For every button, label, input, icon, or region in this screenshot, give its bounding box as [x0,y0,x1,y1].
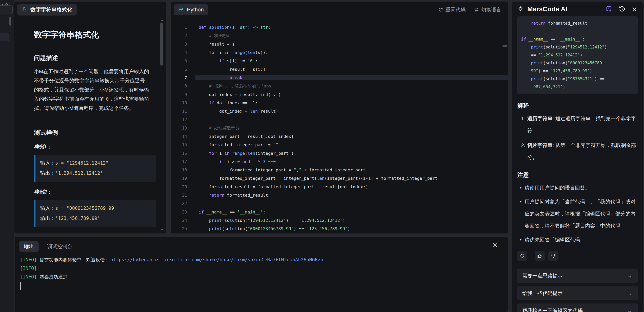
console-line: [INFO] 提交功能内测体验中，欢迎反馈: https://bytedance… [20,256,508,264]
reset-code-button[interactable]: 重置代码 [438,6,466,13]
code-line[interactable]: 22 [170,199,508,208]
line-number: 11 [170,109,187,114]
code-line[interactable]: 4 for i in range(len(s)): [170,48,508,56]
switch-language-button[interactable]: 切换语言 [474,6,501,13]
sparkle-icon [517,6,524,12]
line-number: 22 [170,201,187,206]
console-close-icon[interactable]: × [492,242,498,248]
note-list: •请使用用户提问的语言回答。•用户提问对象为「当前代码」、「我的代码」或对应的英… [517,182,638,246]
code-line[interactable]: 12 [170,116,508,124]
code-editor[interactable]: 1def solution(s: str) -> str:2 # 将0去掉3 r… [170,18,508,233]
regenerate-button[interactable] [517,251,527,261]
code-line[interactable]: 8 # 找到'.'，随后往前加','abs [170,82,508,90]
code-line[interactable]: 23if __name__ == '__main__': [170,208,508,216]
line-number: 16 [170,151,187,156]
console-line: [INFO] [20,264,508,273]
sample-block: 输入：s = "1294512.12412"输出：'1,294,512.1241… [34,155,156,182]
code-line[interactable]: 10 if dot_index == -1: [170,99,508,107]
description-heading: 问题描述 [34,54,161,62]
editor-actions: 重置代码 切换语言 [438,6,501,13]
code-line[interactable]: 2 # 将0去掉 [170,32,508,40]
scroll-up-icon[interactable] [160,20,164,21]
suggestion-chip[interactable]: 帮我检查一下编辑区的代码→ [517,304,638,312]
scroll-down-icon[interactable] [160,229,164,231]
scrollbar-thumb[interactable] [160,22,163,66]
marscode-ai-panel: MarsCode AI × [512,2,643,312]
inline-code: 0 [106,96,108,102]
line-number: 9 [170,92,187,97]
line-number: 5 [170,58,187,63]
divider [531,253,531,259]
explain-heading: 解释 [517,102,638,110]
code-line[interactable]: 16 for i in range(len(integer_part)): [170,149,508,157]
sample-label: 样例2： [34,188,161,195]
code-line[interactable]: 15 formatted_integer_part = "" [170,140,508,149]
note-heading: 注意 [517,171,638,179]
code-line[interactable]: 17 if i > 0 and i % 3 ==0: [170,158,508,166]
console-line: [INFO] 恭喜成功通过 [20,273,508,281]
code-line[interactable]: 3 result = s [170,40,508,48]
code-line[interactable]: 7 break [170,74,508,82]
code-line[interactable]: 13 # 处理整数部分 [170,124,508,132]
language-tab-label: Python [187,6,204,13]
rail-scrollbar-thumb[interactable] [9,17,11,26]
line-number: 20 [170,184,187,189]
ai-header: MarsCode AI × [512,2,643,16]
problem-scrollbar[interactable] [160,20,163,231]
note-item: •请使用用户提问的语言回答。 [517,182,638,194]
line-number: 17 [170,159,187,164]
editor-header: Python 重置代码 切换语言 [170,2,508,18]
problem-tab[interactable]: 数字字符串格式化 [17,4,76,16]
problem-header: 数字字符串格式化 [14,2,166,18]
line-number: 4 [170,50,187,55]
code-line[interactable]: 6 result = s[i:] [170,65,508,73]
explain-list: 1.遍历字符串: 通过遍历字符串，找到第一个非零字符。2.切片字符串: 从第一个… [517,112,638,163]
rail-card-fragment [0,6,13,14]
code-line[interactable]: 19 formatted_integer_part = integer_part… [170,174,508,182]
code-line[interactable]: 25 print(solution("0000123456789.99") ==… [170,224,508,233]
refresh-icon [438,7,443,12]
code-line[interactable]: 24 print(solution("1294512.12412") == '1… [170,216,508,224]
line-number: 8 [170,84,187,88]
description-text: 小M在工作时遇到了一个问题，他需要将用户输入的不带千分位逗号的数字字符串转换为带… [34,67,150,113]
thumbs-down-button[interactable] [548,251,558,261]
problem-tab-label: 数字字符串格式化 [30,6,72,13]
console-panel: 输出 调试控制台 × [INFO] 提交功能内测体验中，欢迎反馈: https:… [14,237,508,312]
divider [34,46,161,46]
language-tab-python[interactable]: Python [174,4,208,15]
thumbs-up-button[interactable] [535,251,545,261]
console-header: 输出 调试控制台 [14,237,508,253]
ai-header-icons: × [605,5,638,13]
switch-language-label: 切换语言 [481,6,501,13]
editor-scrollbar-thumb[interactable] [502,45,507,47]
swap-icon [474,7,479,12]
line-number: 19 [170,176,187,181]
code-line[interactable]: 11 dot_index = len(result) [170,107,508,116]
ai-panel-title: MarsCode AI [527,5,568,13]
suggestion-chip[interactable]: 需要一点思路提示→ [517,268,638,283]
line-number: 14 [170,134,187,139]
ai-message: return formatted_result if __name__ == '… [512,16,643,312]
explain-item: 1.遍历字符串: 通过遍历字符串，找到第一个非零字符。 [517,112,638,136]
code-line[interactable]: 20 formatted_result = formatted_integer_… [170,183,508,191]
line-number: 18 [170,168,187,172]
history-icon[interactable] [618,5,626,12]
code-line[interactable]: 18 formatted_integer_part = "," + format… [170,166,508,174]
samples-list: 样例1：输入：s = "1294512.12412"输出：'1,294,512.… [34,143,161,227]
line-number: 10 [170,100,187,105]
code-line[interactable]: 1def solution(s: str) -> str: [170,23,508,32]
samples-heading: 测试样例 [34,128,161,137]
console-link[interactable]: https://bytedance.larkoffice.com/share/b… [110,257,323,262]
new-chat-icon[interactable] [605,5,612,12]
code-line[interactable]: 14 integer_part = result[:dot_index] [170,132,508,140]
suggestion-chip[interactable]: 给我一些代码提示→ [517,286,638,300]
code-line[interactable]: 21 return formatted_result [170,191,508,199]
line-number: 3 [170,42,187,46]
arrow-right-icon: → [626,290,632,296]
code-line[interactable]: 9 dot_index = result.find('.') [170,90,508,98]
tab-debug-console[interactable]: 调试控制台 [47,243,72,250]
tab-output[interactable]: 输出 [19,241,38,252]
code-line[interactable]: 5 if s[i] != '0': [170,56,508,65]
line-number: 2 [170,33,187,38]
ai-close-icon[interactable]: × [632,5,638,13]
